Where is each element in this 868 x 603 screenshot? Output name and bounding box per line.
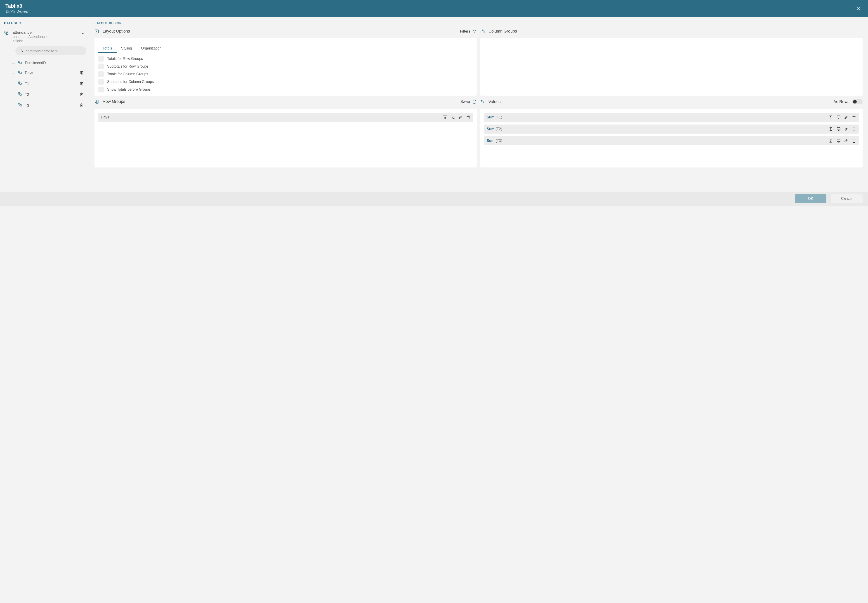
checkbox[interactable] bbox=[98, 56, 104, 62]
sigma-icon[interactable] bbox=[829, 127, 833, 131]
svg-rect-65 bbox=[853, 128, 855, 131]
value-label: Sum (T1) bbox=[487, 115, 826, 119]
field-item[interactable]: T3 bbox=[4, 100, 87, 111]
check-subtotals-row-groups[interactable]: Subtotals for Row Groups bbox=[98, 63, 473, 70]
as-rows-toggle[interactable] bbox=[852, 99, 863, 104]
check-label: Show Totals before Groups bbox=[107, 88, 151, 91]
field-item[interactable]: Days bbox=[4, 68, 87, 79]
row-group-item[interactable]: Days bbox=[98, 113, 473, 122]
sigma-icon[interactable] bbox=[829, 115, 833, 119]
wrench-icon[interactable] bbox=[844, 115, 849, 119]
trash-icon[interactable] bbox=[79, 102, 85, 109]
value-item[interactable]: Sum (T3) bbox=[484, 136, 859, 145]
field-icon bbox=[18, 103, 23, 108]
dialog-title: Tablix3 bbox=[5, 3, 28, 9]
tree-line bbox=[4, 104, 18, 107]
column-groups-icon bbox=[480, 29, 486, 34]
value-label: Sum (T2) bbox=[487, 127, 826, 131]
sort-icon[interactable] bbox=[450, 115, 455, 119]
presentation-icon[interactable] bbox=[836, 139, 841, 143]
svg-rect-43 bbox=[96, 100, 98, 103]
tab-styling[interactable]: Styling bbox=[117, 45, 136, 53]
svg-point-29 bbox=[18, 103, 20, 104]
dataset-source: based on Attendance bbox=[12, 35, 46, 39]
wrench-icon[interactable] bbox=[458, 115, 463, 119]
trash-icon[interactable] bbox=[79, 91, 85, 98]
row-groups-header: Row Groups Swap bbox=[94, 99, 477, 105]
wrench-icon[interactable] bbox=[844, 139, 849, 143]
svg-rect-46 bbox=[95, 101, 96, 102]
values-heading: Values bbox=[489, 99, 501, 104]
check-totals-column-groups[interactable]: Totals for Column Groups bbox=[98, 71, 473, 77]
check-label: Subtotals for Column Groups bbox=[107, 80, 154, 84]
tree-line bbox=[4, 71, 18, 75]
layout-options-panel: Totals Styling Organization Totals for R… bbox=[94, 38, 477, 96]
swap-icon bbox=[472, 99, 477, 104]
trash-icon[interactable] bbox=[852, 139, 856, 143]
presentation-icon[interactable] bbox=[836, 115, 841, 119]
as-rows-label: As Rows bbox=[833, 99, 849, 104]
dialog-header: Tablix3 Tablix Wizard bbox=[0, 0, 868, 17]
layout-options-header: Layout Options Filters bbox=[94, 29, 477, 35]
check-totals-row-groups[interactable]: Totals for Row Groups bbox=[98, 56, 473, 62]
check-subtotals-column-groups[interactable]: Subtotals for Column Groups bbox=[98, 79, 473, 85]
dataset-item[interactable]: attendance based on Attendance 5 fields bbox=[4, 30, 87, 43]
field-label: T3 bbox=[25, 104, 29, 108]
as-rows-toggle-group: As Rows bbox=[833, 99, 863, 104]
values-panel[interactable]: Sum (T1) Sum (T2) Sum (T3) bbox=[480, 109, 863, 167]
tab-organization[interactable]: Organization bbox=[136, 45, 166, 53]
main-area: DATA SETS attendance based on Attendance… bbox=[0, 17, 868, 192]
field-item[interactable]: EnrollmentID bbox=[4, 59, 87, 68]
field-list: EnrollmentID Days T1 T2 bbox=[4, 59, 87, 111]
sigma-icon[interactable] bbox=[829, 139, 833, 143]
trash-icon[interactable] bbox=[79, 80, 85, 88]
filters-button[interactable]: Filters bbox=[460, 29, 477, 34]
checkbox[interactable] bbox=[98, 79, 104, 85]
field-label: EnrollmentID bbox=[25, 61, 46, 65]
svg-rect-31 bbox=[81, 104, 83, 107]
column-groups-heading: Column Groups bbox=[489, 29, 517, 34]
dataset-icon bbox=[4, 31, 9, 43]
search-icon bbox=[19, 48, 23, 54]
row-groups-panel[interactable]: Days bbox=[94, 109, 477, 167]
close-icon[interactable] bbox=[854, 4, 863, 13]
datasets-sidebar: DATA SETS attendance based on Attendance… bbox=[0, 17, 90, 192]
svg-rect-36 bbox=[95, 29, 99, 33]
value-item[interactable]: Sum (T1) bbox=[484, 113, 859, 122]
check-totals-before-groups[interactable]: Show Totals before Groups bbox=[98, 87, 473, 93]
trash-icon[interactable] bbox=[466, 115, 470, 119]
trash-icon[interactable] bbox=[79, 70, 85, 77]
ok-button[interactable]: OK bbox=[795, 194, 826, 203]
column-groups-panel[interactable] bbox=[480, 38, 863, 96]
presentation-icon[interactable] bbox=[836, 127, 841, 131]
cancel-button[interactable]: Cancel bbox=[831, 194, 863, 203]
field-item[interactable]: T1 bbox=[4, 79, 87, 89]
svg-rect-39 bbox=[481, 31, 484, 33]
field-icon bbox=[18, 60, 23, 66]
svg-rect-17 bbox=[81, 82, 83, 85]
svg-point-22 bbox=[18, 93, 20, 93]
trash-icon[interactable] bbox=[852, 115, 856, 119]
field-icon bbox=[18, 81, 23, 87]
field-search-input[interactable] bbox=[26, 49, 83, 53]
chevron-up-icon[interactable] bbox=[80, 30, 87, 38]
totals-options: Totals for Row Groups Subtotals for Row … bbox=[98, 56, 473, 93]
checkbox[interactable] bbox=[98, 63, 104, 70]
field-label: T2 bbox=[25, 93, 29, 97]
wrench-icon[interactable] bbox=[844, 127, 849, 131]
filter-icon[interactable] bbox=[443, 115, 447, 119]
checkbox[interactable] bbox=[98, 71, 104, 77]
checkbox[interactable] bbox=[98, 87, 104, 93]
swap-button[interactable]: Swap bbox=[460, 99, 477, 104]
value-item[interactable]: Sum (T2) bbox=[484, 125, 859, 134]
trash-icon[interactable] bbox=[852, 127, 856, 131]
tab-totals[interactable]: Totals bbox=[98, 45, 117, 53]
field-item[interactable]: T2 bbox=[4, 89, 87, 100]
value-label: Sum (T3) bbox=[487, 139, 826, 143]
svg-point-15 bbox=[18, 82, 20, 82]
svg-rect-10 bbox=[81, 72, 83, 74]
dialog-footer: OK Cancel bbox=[0, 192, 868, 206]
field-icon bbox=[18, 92, 23, 97]
field-search[interactable] bbox=[15, 46, 87, 56]
column-groups-header: Column Groups bbox=[480, 29, 863, 35]
